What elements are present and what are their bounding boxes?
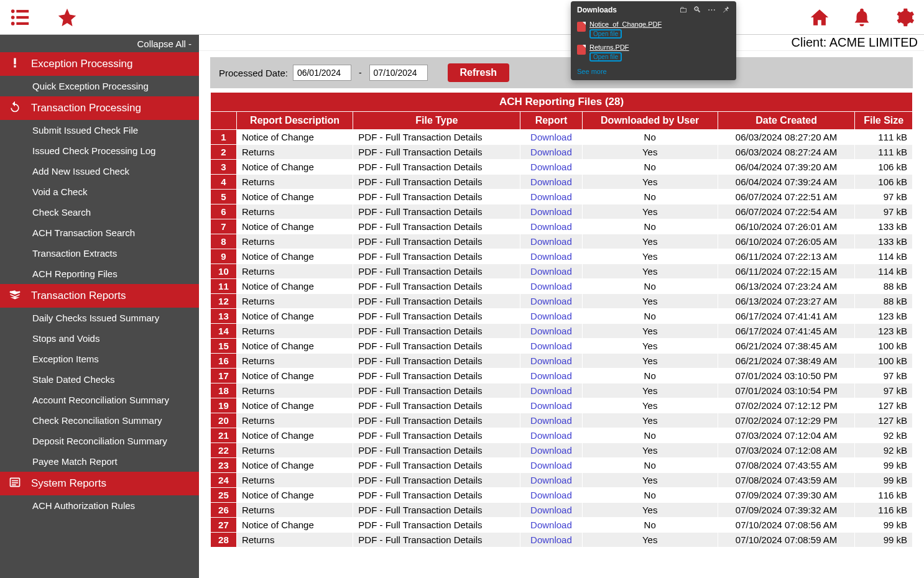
- cell-user: Yes: [582, 204, 718, 219]
- downloads-more-icon[interactable]: ⋯: [708, 5, 716, 14]
- refresh-button[interactable]: Refresh: [448, 63, 510, 82]
- download-link[interactable]: Download: [530, 281, 572, 291]
- download-link[interactable]: Download: [530, 341, 572, 351]
- cell-date: 07/01/2024 03:10:50 PM: [718, 369, 855, 383]
- nav-item[interactable]: Check Reconciliation Summary: [0, 410, 199, 431]
- download-link[interactable]: Download: [530, 221, 572, 232]
- cell-type: PDF - Full Transaction Details: [353, 264, 520, 279]
- download-link[interactable]: Download: [530, 162, 572, 172]
- download-link[interactable]: Download: [530, 490, 572, 500]
- nav-item[interactable]: Exception Items: [0, 349, 199, 369]
- download-link[interactable]: Download: [530, 400, 572, 411]
- nav-section[interactable]: Transaction Reports: [0, 284, 199, 308]
- cell-user: Yes: [582, 324, 718, 339]
- download-link[interactable]: Download: [530, 385, 572, 396]
- nav-item[interactable]: ACH Authorization Rules: [0, 495, 199, 516]
- gear-icon[interactable]: [893, 6, 915, 29]
- open-file-button[interactable]: Open file: [589, 52, 622, 62]
- nav-item[interactable]: Check Search: [0, 202, 199, 222]
- col-header-size[interactable]: File Size: [855, 112, 913, 130]
- nav-item[interactable]: Void a Check: [0, 181, 199, 202]
- download-link[interactable]: Download: [530, 311, 572, 321]
- menu-icon[interactable]: [9, 6, 31, 29]
- date-from-input[interactable]: [293, 65, 351, 81]
- download-link[interactable]: Download: [530, 520, 572, 530]
- table-row: 28 Returns PDF - Full Transaction Detail…: [211, 533, 913, 548]
- nav-item[interactable]: Daily Checks Issued Summary: [0, 308, 199, 328]
- nav-section[interactable]: Transaction Processing: [0, 96, 199, 120]
- open-file-button[interactable]: Open file: [589, 29, 622, 39]
- star-icon[interactable]: [56, 6, 78, 29]
- row-number: 18: [211, 383, 237, 398]
- downloads-pin-icon[interactable]: 📌︎: [722, 5, 730, 14]
- col-header-date[interactable]: Date Created: [718, 112, 855, 130]
- row-number: 26: [211, 503, 237, 518]
- download-filename[interactable]: Notice_of_Change.PDF: [589, 21, 662, 28]
- cell-size: 106 kB: [855, 175, 913, 190]
- download-link[interactable]: Download: [530, 326, 572, 336]
- nav-item[interactable]: Quick Exception Processing: [0, 76, 199, 96]
- download-link[interactable]: Download: [530, 296, 572, 306]
- nav-item[interactable]: Issued Check Processing Log: [0, 140, 199, 161]
- collapse-all[interactable]: Collapse All -: [0, 35, 199, 52]
- download-link[interactable]: Download: [530, 251, 572, 262]
- download-link[interactable]: Download: [530, 147, 572, 157]
- nav-item[interactable]: ACH Reporting Files: [0, 264, 199, 284]
- downloads-folder-icon[interactable]: 🗀: [679, 5, 687, 14]
- cell-desc: Returns: [236, 294, 353, 309]
- cell-desc: Notice of Change: [236, 369, 353, 383]
- download-link[interactable]: Download: [530, 415, 572, 426]
- download-link[interactable]: Download: [530, 430, 572, 441]
- sidebar: Collapse All - Exception ProcessingQuick…: [0, 35, 199, 578]
- cell-user: No: [582, 428, 718, 443]
- cell-type: PDF - Full Transaction Details: [353, 428, 520, 443]
- nav-section[interactable]: System Reports: [0, 472, 199, 495]
- row-number: 17: [211, 369, 237, 383]
- download-link[interactable]: Download: [530, 191, 572, 202]
- date-to-input[interactable]: [369, 65, 428, 81]
- download-link[interactable]: Download: [530, 356, 572, 366]
- nav-item[interactable]: Payee Match Report: [0, 451, 199, 472]
- nav-item[interactable]: ACH Transaction Search: [0, 222, 199, 243]
- nav-item[interactable]: Stops and Voids: [0, 328, 199, 349]
- cell-type: PDF - Full Transaction Details: [353, 413, 520, 428]
- cell-date: 07/10/2024 07:08:56 AM: [718, 518, 855, 533]
- cell-date: 07/03/2024 07:12:04 AM: [718, 428, 855, 443]
- download-link[interactable]: Download: [530, 266, 572, 277]
- nav-item[interactable]: Transaction Extracts: [0, 243, 199, 264]
- download-link[interactable]: Download: [530, 206, 572, 217]
- download-link[interactable]: Download: [530, 445, 572, 456]
- cell-size: 97 kB: [855, 204, 913, 219]
- cell-size: 92 kB: [855, 443, 913, 458]
- col-header-report[interactable]: Report: [520, 112, 582, 130]
- bell-icon[interactable]: [851, 6, 873, 29]
- download-link[interactable]: Download: [530, 177, 572, 187]
- download-link[interactable]: Download: [530, 132, 572, 142]
- table-row: 20 Returns PDF - Full Transaction Detail…: [211, 413, 913, 428]
- download-link[interactable]: Download: [530, 534, 572, 545]
- download-link[interactable]: Download: [530, 460, 572, 470]
- download-item: Returns.PDF Open file: [571, 41, 736, 64]
- cell-size: 99 kB: [855, 458, 913, 473]
- download-link[interactable]: Download: [530, 236, 572, 247]
- nav-item[interactable]: Deposit Reconciliation Summary: [0, 431, 199, 451]
- col-header-user[interactable]: Downloaded by User: [582, 112, 718, 130]
- nav-item[interactable]: Account Reconciliation Summary: [0, 390, 199, 410]
- downloads-see-more[interactable]: See more: [571, 64, 736, 80]
- download-link[interactable]: Download: [530, 370, 572, 381]
- download-link[interactable]: Download: [530, 505, 572, 515]
- downloads-search-icon[interactable]: 🔍︎: [693, 5, 701, 14]
- report-table: ACH Reporting Files (28) Report Descript…: [210, 92, 913, 548]
- col-header-type[interactable]: File Type: [353, 112, 520, 130]
- nav-item[interactable]: Add New Issued Check: [0, 161, 199, 181]
- nav-section[interactable]: Exception Processing: [0, 52, 199, 76]
- home-icon[interactable]: [808, 6, 831, 29]
- table-row: 24 Returns PDF - Full Transaction Detail…: [211, 473, 913, 488]
- row-number: 24: [211, 473, 237, 488]
- nav-item[interactable]: Submit Issued Check File: [0, 120, 199, 140]
- nav-item[interactable]: Stale Dated Checks: [0, 369, 199, 390]
- download-filename[interactable]: Returns.PDF: [589, 44, 629, 51]
- col-header-desc[interactable]: Report Description: [236, 112, 353, 130]
- download-link[interactable]: Download: [530, 475, 572, 485]
- row-number: 8: [211, 234, 237, 249]
